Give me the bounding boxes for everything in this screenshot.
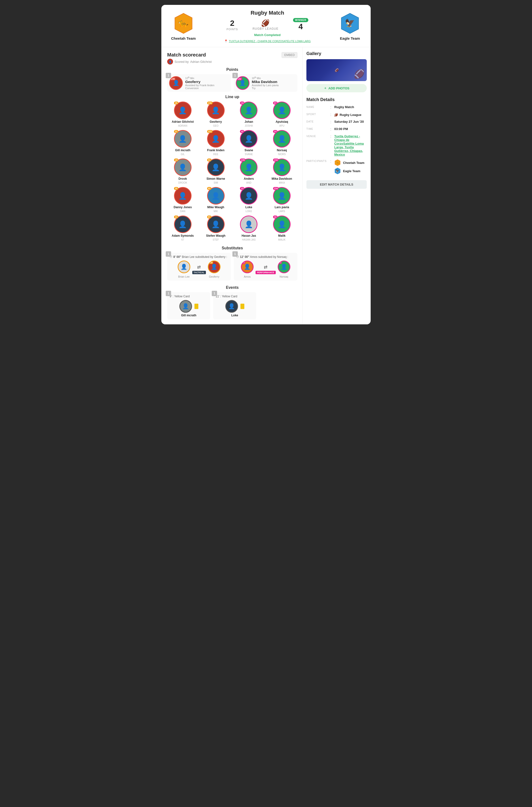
player-avatar-wrap: 👤 222 (207, 130, 225, 148)
player-avatar-wrap: 👤 45 (174, 102, 192, 119)
detail-label-venue: VENUE (306, 134, 328, 156)
add-photos-button[interactable]: ＋ ADD PHOTOS (306, 84, 367, 92)
score-left-number: 2 (227, 19, 238, 28)
gallery-title: Gallery (306, 51, 367, 56)
point-avatar-2: 👤 232 (236, 76, 249, 90)
detail-value-venue[interactable]: Tuxtla Gutierrez - Chiapa de CorzoSatéli… (334, 134, 367, 156)
winner-badge: WINNER (293, 18, 308, 22)
detail-label-participants: PARTICIPANTS (306, 159, 328, 175)
player-num: 234 (273, 187, 279, 190)
player-num: 21 (174, 130, 178, 133)
player-num: 45 (174, 102, 178, 105)
plus-icon: ＋ (324, 86, 327, 90)
player-tag: AND (246, 181, 251, 184)
player-num: 22 (174, 216, 178, 218)
match-status: Match Completed (254, 33, 281, 37)
substitutes-heading: Substitutes (167, 246, 298, 250)
player-card: 👤 24 Norsaq NIORS (266, 130, 298, 155)
player-name: Lars pavia (274, 205, 289, 209)
detail-label-name: NAME (306, 105, 328, 110)
gallery-placeholder: 🏈 (335, 68, 339, 72)
player-num: 32 (273, 216, 278, 218)
player-card: 👤 232 Mika Davidson MIKA (266, 159, 298, 184)
scorer-name: Adrian Gilchrist (190, 60, 212, 63)
event-type-2: 11' : Yellow Card (216, 295, 254, 298)
embed-button[interactable]: EMBED (282, 52, 298, 58)
detail-value-name: Rugby Match (334, 105, 367, 110)
svg-text:🐆: 🐆 (336, 161, 340, 165)
player-avatar-wrap: 👤 87 (207, 216, 225, 233)
rugby-ball-icon: 🏈 (253, 19, 279, 27)
player-name: Hasan Jas (242, 234, 256, 237)
score-left: 2 POINTS (227, 19, 238, 31)
team-left: 🐆 Cheetah Team (171, 13, 196, 40)
venue-link[interactable]: TUXTLA GUTIERREZ - CHIAPA DE CORZOSATÉLI… (229, 40, 310, 43)
player-name: Loke (245, 205, 252, 209)
sport-icon: 🏈 (334, 113, 338, 117)
player-name: Aputsiaq (276, 120, 288, 124)
participant-eagle: 🦅 Eagle Team (334, 167, 364, 175)
lineup-grid: 👤 45 Adrian Gilchrist ADRIAN 👤 236 Geofe… (167, 102, 298, 241)
match-center: Rugby Match 2 POINTS 🏈 Rugby League WINN… (196, 10, 339, 43)
player-avatar-wrap: 👤 42 (240, 130, 258, 148)
event-card-2: 1 11' : Yellow Card 👤 Loke (213, 292, 256, 319)
player-avatar-wrap: 👤 91 (207, 159, 225, 176)
player-avatar-wrap: 👤 35 (174, 187, 192, 204)
participant-cheetah-name: Cheetah Team (343, 161, 364, 165)
lineup-heading: Line up (167, 95, 298, 99)
sub-type-badge-1: TACTICAL (192, 271, 206, 274)
event-card-1: 1 9' : Yellow Card 👤 Gill mcrath (167, 292, 210, 319)
match-details-title: Match Details (306, 97, 367, 102)
player-num: 35 (174, 187, 178, 190)
player-card: 👤 87 Stefen Waugh STEF (200, 216, 231, 241)
event-avatar-2: 👤 (225, 300, 238, 313)
point-type-2: Try (252, 87, 296, 90)
player-avatar: 👤 (240, 216, 258, 233)
point-info-2: 16th Min Mika Davidson Assisted by Lars … (252, 76, 296, 90)
detail-value-time: 03:00 PM (334, 127, 367, 131)
edit-match-details-button[interactable]: EDIT MATCH DETAILS (306, 180, 367, 189)
player-num: 87 (207, 216, 211, 218)
player-name: Frank linden (207, 149, 224, 152)
player-name: Danny Jones (174, 205, 192, 209)
sub-in-label-1: Geoferry (209, 275, 220, 278)
sub-num-in-1: 238 (209, 261, 213, 264)
detail-value-date: Saturday 27 Jun '20 (334, 120, 367, 124)
point-name-2: Mika Davidson (252, 80, 296, 84)
player-name: Adrian Gilchrist (172, 120, 194, 124)
separator: : (330, 105, 331, 110)
player-card: 👤 21 Gill mcrath GIL (167, 130, 198, 155)
player-num: 24 (273, 130, 278, 133)
detail-label-time: TIME (306, 127, 328, 131)
jersey-num-2: 232 (237, 77, 242, 80)
separator: : (330, 120, 331, 124)
player-tag: NIORS (278, 153, 286, 155)
player-tag: SVANE (245, 153, 253, 155)
main-content: EMBED Match scorecard 👤 Scored by Adrian… (162, 47, 370, 324)
sub-avatar-out-1: 👤 (178, 260, 190, 273)
sub-num-out-2: 43 (242, 261, 245, 264)
player-avatar-wrap: 👤 34 (240, 102, 258, 119)
player-name: Anders (244, 177, 254, 180)
points-heading: Points (167, 68, 298, 72)
player-card: 👤 35 Danny Jones DAN (167, 187, 198, 213)
match-title: Rugby Match (251, 10, 284, 16)
player-avatar-wrap: 👤 234 (273, 187, 290, 204)
player-avatar-wrap: 👤 19 (174, 159, 192, 176)
sub-card-2: 1 ⏱ 12' 00" Amos substituted by Norsaq :… (234, 253, 298, 280)
sub-avatar-out-2: 👤 43 (241, 260, 253, 273)
player-tag: SIM (214, 181, 218, 184)
scorer-avatar: 👤 (167, 59, 173, 65)
left-panel: EMBED Match scorecard 👤 Scored by Adrian… (162, 47, 303, 324)
player-num: 222 (207, 130, 213, 133)
point-avatar-1: 👤 238 (169, 76, 183, 90)
points-row: 1 👤 238 12th Min Geoferry Assisted by Fr… (167, 74, 298, 92)
detail-row-participants: PARTICIPANTS : 🐆 Cheetah Team (306, 159, 367, 175)
point-info-1: 12th Min Geoferry Assisted by Frank lind… (185, 76, 229, 90)
sub-type-badge-2: PERFORMANCE (255, 271, 276, 274)
yellow-card-icon-2 (241, 304, 244, 309)
point-card-2: 1 👤 232 16th Min Mika Davidson Assisted … (234, 74, 298, 92)
player-tag: APU (279, 125, 285, 127)
player-tag: LOKE (246, 210, 252, 213)
player-num: 245 (240, 159, 246, 162)
